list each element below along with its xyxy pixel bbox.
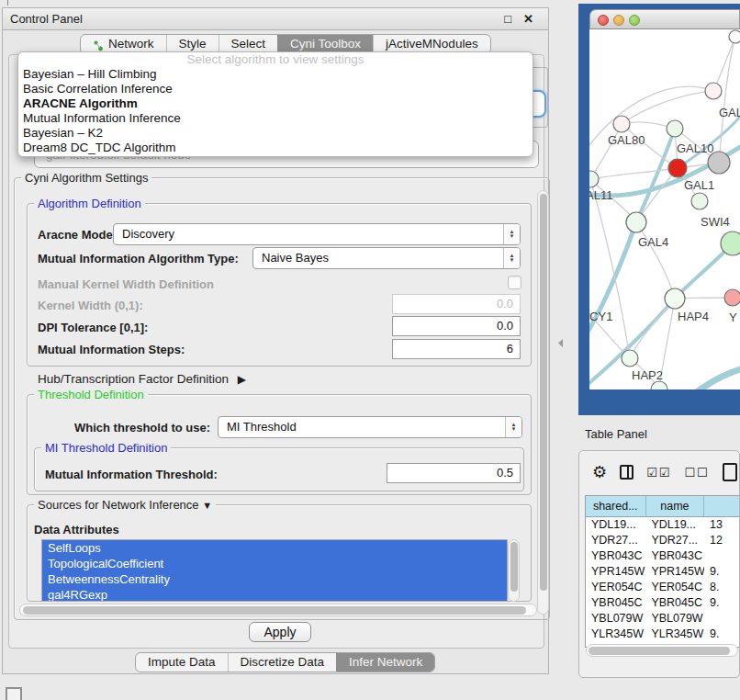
data-attributes-list[interactable]: SelfLoopsTopologicalCoefficientBetweenne… [41,539,508,602]
hub-definition-toggle[interactable]: Hub/Transcription Factor Definition ▶ [38,372,246,386]
table-cell[interactable]: YDL19... [586,517,645,533]
mi-threshold-field[interactable]: 0.5 [387,463,521,483]
table-cell[interactable]: 9. [704,564,740,580]
network-node-gal1[interactable] [668,159,687,177]
minimized-panel-icon[interactable] [6,687,22,700]
unchecked-checkboxes-icon[interactable]: ☐☐ [684,466,709,480]
table-row[interactable]: YBL079WYBL079W [586,611,740,627]
tab-impute-data[interactable]: Impute Data [136,653,228,672]
aracne-mode-combobox[interactable]: Discovery ▲▼ [113,223,521,245]
close-window-icon[interactable]: ✕ [523,12,533,26]
attribute-list-item[interactable]: TopologicalCoefficient [42,556,507,571]
table-row[interactable]: YDL19...YDL19...13 [586,517,740,533]
table-cell[interactable]: YDR27... [645,533,704,548]
network-node-gal4[interactable] [626,212,646,232]
table-cell[interactable]: 13 [704,517,740,533]
tab-network[interactable]: Network [81,35,166,53]
table-column-header[interactable]: name [646,496,705,516]
table-cell[interactable]: YPR145W [645,564,704,580]
table-cell[interactable]: YLR345W [586,627,645,642]
table-cell[interactable]: YLR345W [645,627,704,642]
which-threshold-combobox[interactable]: MI Threshold ▲▼ [218,416,522,438]
network-node-gal80[interactable] [613,116,630,132]
attributes-scroll-thumb[interactable] [510,542,518,592]
network-canvas[interactable]: GALGAL80GAL10GAL1GAL11GAL4SWI4HAP4YGCY1H… [589,29,740,390]
tab-jactivemnodules[interactable]: jActiveMNodules [373,35,490,53]
attribute-list-item[interactable]: gal4RGexp [42,587,507,602]
apply-button[interactable]: Apply [249,622,311,642]
tab-discretize-data[interactable]: Discretize Data [228,653,337,672]
table-row[interactable]: YBR043CYBR043C [586,548,740,564]
table-cell[interactable]: 12 [704,533,740,548]
table-cell[interactable]: YBL079W [645,611,704,627]
table-cell[interactable] [704,611,740,627]
network-node[interactable] [729,30,740,43]
table-cell[interactable] [704,548,740,564]
manual-kernel-checkbox[interactable] [508,276,521,289]
settings-horizontal-scrollbar[interactable] [19,604,537,616]
table-cell[interactable]: YDL19... [645,517,704,533]
algorithm-option[interactable]: Bayesian – Hill Climbing [18,67,533,82]
table-cell[interactable]: YER054C [645,580,704,595]
network-node-hap4[interactable] [665,288,685,309]
table-cell[interactable]: YBL079W [586,611,645,627]
network-node-y[interactable] [724,289,740,306]
algorithm-option[interactable]: Mutual Information Inference [18,111,533,126]
table-hscroll-thumb[interactable] [589,647,730,655]
table-column-header[interactable]: shared... [586,496,646,516]
attributes-list-scrollbar[interactable] [508,539,520,602]
zoom-traffic-light-icon[interactable] [629,15,640,26]
table-cell[interactable]: YER054C [586,580,645,595]
settings-vertical-scrollbar[interactable] [537,190,549,615]
table-horizontal-scrollbar[interactable] [586,644,738,657]
network-window-titlebar[interactable] [589,9,740,29]
network-node[interactable] [651,381,667,390]
table-cell[interactable]: YBR045C [645,595,704,611]
document-icon[interactable] [723,463,737,481]
network-node-label: HAP4 [678,310,709,323]
table-row[interactable]: YPR145WYPR145W9. [586,564,740,580]
attribute-list-item[interactable]: SelfLoops [42,540,507,556]
mi-algorithm-type-combobox[interactable]: Naive Bayes ▲▼ [252,247,521,269]
float-window-icon[interactable]: □ [504,12,511,26]
tab-select[interactable]: Select [219,35,278,53]
table-row[interactable]: YLR345WYLR345W9. [586,627,740,642]
split-columns-icon[interactable] [620,465,633,480]
network-node-swi4[interactable] [721,231,740,255]
table-column-header[interactable] [704,496,740,516]
network-node-hap2[interactable] [622,350,638,367]
table-cell[interactable]: 9. [704,627,740,642]
network-node-gal[interactable] [705,83,722,99]
sources-title[interactable]: Sources for Network Inference ▼ [34,498,216,512]
mi-steps-field[interactable]: 6 [392,339,521,359]
dpi-tolerance-field[interactable]: 0.0 [392,316,521,336]
algorithm-option[interactable]: ARACNE Algorithm [18,96,533,111]
algorithm-option[interactable]: Dream8 DC_TDC Algorithm [18,141,533,155]
gear-icon[interactable]: ⚙ [592,462,607,482]
table-cell[interactable]: YDR27... [586,533,645,548]
settings-hscroll-thumb[interactable] [23,606,526,615]
table-row[interactable]: YBR045CYBR045C9. [586,595,740,611]
algorithm-option[interactable]: Basic Correlation Inference [18,82,533,96]
network-node[interactable] [708,152,730,174]
table-cell[interactable]: 8. [704,580,740,595]
table-cell[interactable]: YBR043C [645,548,704,564]
settings-vscroll-thumb[interactable] [540,194,547,591]
minimize-traffic-light-icon[interactable] [613,15,624,26]
tab-cyni-toolbox[interactable]: Cyni Toolbox [277,35,373,53]
splitter-handle[interactable] [558,339,563,347]
tab-style[interactable]: Style [166,35,219,53]
algorithm-option[interactable]: Bayesian – K2 [18,126,533,141]
table-row[interactable]: YDR27...YDR27...12 [586,533,740,548]
table-cell[interactable]: YBR043C [586,548,645,564]
table-row[interactable]: YER054CYER054C8. [586,580,740,595]
tab-infer-network[interactable]: Infer Network [336,653,434,672]
table-cell[interactable]: YPR145W [586,564,645,580]
network-node[interactable] [691,193,708,209]
network-node-gal10[interactable] [667,120,683,137]
close-traffic-light-icon[interactable] [598,15,609,26]
table-cell[interactable]: YBR045C [586,595,645,611]
attribute-list-item[interactable]: BetweennessCentrality [42,571,507,587]
checked-checkboxes-icon[interactable]: ☑☑ [646,466,671,480]
table-cell[interactable]: 9. [704,595,740,611]
